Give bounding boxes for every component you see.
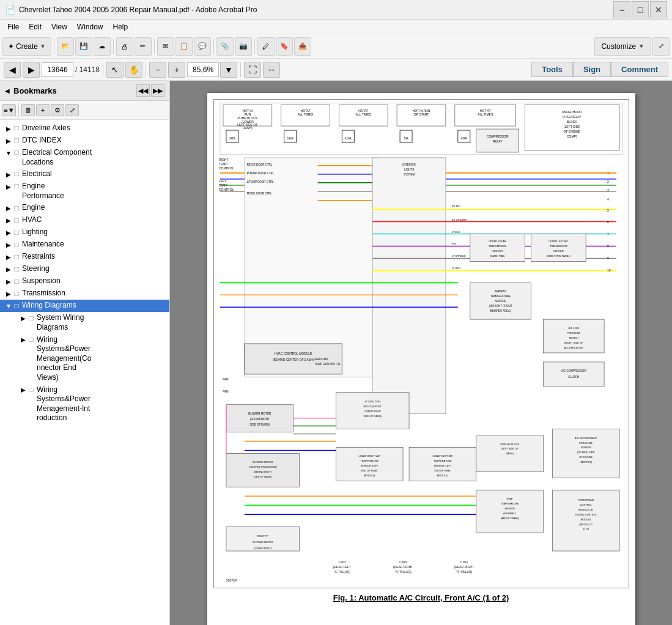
minimize-button[interactable]: ‒ bbox=[613, 1, 630, 18]
svg-text:COMPRESSOR: COMPRESSOR bbox=[486, 135, 508, 138]
nav-next-button[interactable]: ▶ bbox=[23, 62, 40, 78]
bookmark-transmission[interactable]: ▶ □ Transmission bbox=[0, 287, 169, 300]
expand-icon[interactable]: ▶ bbox=[5, 276, 12, 286]
sign-tab[interactable]: Sign bbox=[573, 62, 611, 77]
expand-icon[interactable]: ▶ bbox=[5, 203, 12, 213]
bookmarks-expand-all-button[interactable]: ▶▶ bbox=[151, 84, 164, 97]
svg-text:TEMP GEN ASS CTL: TEMP GEN ASS CTL bbox=[314, 363, 341, 366]
expand-icon[interactable]: ▶ bbox=[20, 385, 27, 395]
open-button[interactable]: 📂 bbox=[57, 37, 74, 56]
menu-help[interactable]: Help bbox=[108, 21, 133, 32]
expand-icon[interactable]: ▼ bbox=[5, 148, 12, 158]
right-tabs: Tools Sign Comment bbox=[531, 62, 668, 77]
bookmark-system-wiring-diagrams[interactable]: ▶ □ System WiringDiagrams bbox=[15, 312, 169, 333]
expand-icon[interactable]: ▶ bbox=[5, 182, 12, 191]
expand-icon[interactable]: ▶ bbox=[5, 215, 12, 225]
bookmarks-collapse-icon[interactable]: ◀ bbox=[5, 87, 10, 94]
bookmark-wiring-systems-connector[interactable]: ▶ □ WiringSystems&PowerMenagement(Connec… bbox=[15, 334, 169, 384]
expand-icon[interactable]: ▶ bbox=[5, 289, 12, 298]
page-number-input[interactable] bbox=[42, 62, 73, 77]
hand-tool-button[interactable]: ✋ bbox=[125, 62, 142, 78]
bm-delete-button[interactable]: 🗑 bbox=[21, 104, 35, 116]
bookmark-lighting[interactable]: ▶ □ Lighting bbox=[0, 226, 169, 239]
expand-icon[interactable]: ▶ bbox=[5, 124, 12, 133]
maximize-button[interactable]: □ bbox=[632, 1, 649, 18]
bookmark-restraints[interactable]: ▶ □ Restraints bbox=[0, 251, 169, 263]
close-button[interactable]: ✕ bbox=[650, 1, 667, 18]
create-button[interactable]: ✦ Create ▼ bbox=[2, 37, 51, 56]
nav-separator-1 bbox=[103, 62, 103, 77]
menu-view[interactable]: View bbox=[46, 21, 72, 32]
fit-page-button[interactable]: ⛶ bbox=[244, 62, 261, 78]
tools-tab[interactable]: Tools bbox=[531, 62, 573, 77]
expand-icon[interactable]: ▶ bbox=[20, 335, 27, 345]
bookmark-icon: □ bbox=[12, 148, 21, 158]
bookmark-electrical-component-locations[interactable]: ▼ □ Electrical ComponentLocations bbox=[0, 147, 169, 168]
bm-add-button[interactable]: + bbox=[36, 104, 50, 116]
bm-toolbar-btn-1[interactable]: ≡▼ bbox=[2, 104, 16, 116]
svg-text:HARNESS): HARNESS) bbox=[579, 460, 592, 464]
svg-text:SENSOR: SENSOR bbox=[553, 250, 563, 253]
sign-button[interactable]: 🖊 bbox=[257, 37, 275, 56]
zoom-in-button[interactable]: + bbox=[168, 62, 185, 78]
expand-icon[interactable]: ▶ bbox=[5, 136, 12, 146]
svg-text:END OF HVAC: END OF HVAC bbox=[361, 469, 377, 472]
expand-icon[interactable]: ▶ bbox=[5, 264, 12, 274]
expand-icon[interactable]: ▶ bbox=[5, 252, 12, 262]
attach-button[interactable]: 📎 bbox=[216, 37, 234, 56]
bm-expand-button[interactable]: ⤢ bbox=[65, 104, 79, 116]
bookmark-button[interactable]: 🔖 bbox=[276, 37, 293, 56]
expand-toolbar-button[interactable]: ⤢ bbox=[652, 37, 670, 56]
print-button[interactable]: 🖨 bbox=[116, 37, 133, 56]
select-tool-button[interactable]: ↖ bbox=[106, 62, 124, 78]
comment-button[interactable]: 💬 bbox=[194, 37, 211, 56]
email-button[interactable]: ✉ bbox=[157, 37, 174, 56]
bookmark-wiring-systems-intro[interactable]: ▶ □ WiringSystems&PowerMenagement-Introd… bbox=[15, 384, 169, 424]
svg-text:TEMPERATURE: TEMPERATURE bbox=[360, 459, 378, 462]
camera-button[interactable]: 📷 bbox=[235, 37, 252, 56]
svg-text:RIGHT: RIGHT bbox=[218, 158, 227, 161]
menu-edit[interactable]: Edit bbox=[24, 21, 46, 32]
export-button[interactable]: 📤 bbox=[294, 37, 311, 56]
svg-text:V/RELAY BLOCK: V/RELAY BLOCK bbox=[500, 443, 519, 446]
bookmark-wiring-diagrams[interactable]: ▼ □ Wiring Diagrams bbox=[0, 300, 169, 312]
expand-icon[interactable]: ▶ bbox=[5, 227, 12, 237]
menu-file[interactable]: File bbox=[2, 21, 24, 32]
svg-text:(LOWER RIGHT: (LOWER RIGHT bbox=[254, 547, 272, 550]
menu-window[interactable]: Window bbox=[72, 21, 108, 32]
bookmarks-collapse-all-button[interactable]: ◀◀ bbox=[136, 84, 150, 97]
svg-text:(IN RIGHT FRONT: (IN RIGHT FRONT bbox=[489, 305, 512, 308]
pdf-content-area[interactable]: HOT IN RUN PUMP BLOCK (LOWER LEFT SIDE O… bbox=[170, 81, 672, 625]
save-button[interactable]: 💾 bbox=[75, 37, 92, 56]
svg-text:MODULE): MODULE) bbox=[437, 474, 448, 477]
bookmark-engine-performance[interactable]: ▶ □ EnginePerformance bbox=[0, 180, 169, 202]
bookmark-dtc-index[interactable]: ▶ □ DTC INDEX bbox=[0, 135, 169, 147]
zoom-dropdown-button[interactable]: ▼ bbox=[220, 62, 237, 78]
edit-button[interactable]: ✏ bbox=[135, 37, 152, 56]
bookmark-engine[interactable]: ▶ □ Engine bbox=[0, 202, 169, 214]
cloud-button[interactable]: ☁ bbox=[94, 37, 111, 56]
bookmark-maintenance[interactable]: ▶ □ Maintenance bbox=[0, 239, 169, 251]
svg-rect-115 bbox=[543, 362, 604, 386]
stamp-button[interactable]: 📋 bbox=[175, 37, 193, 56]
bookmark-icon: □ bbox=[12, 264, 21, 274]
comment-tab[interactable]: Comment bbox=[611, 62, 668, 77]
svg-text:CONTROL PROCESSOR: CONTROL PROCESSOR bbox=[248, 465, 276, 468]
zoom-input[interactable] bbox=[187, 62, 219, 77]
expand-icon[interactable]: ▶ bbox=[20, 313, 27, 323]
bookmark-driveline-axles[interactable]: ▶ □ Driveline Axles bbox=[0, 122, 169, 135]
customize-button[interactable]: Customize ▼ bbox=[594, 37, 651, 56]
bookmark-steering[interactable]: ▶ □ Steering bbox=[0, 263, 169, 275]
fit-width-button[interactable]: ↔ bbox=[263, 62, 280, 78]
bm-settings-button[interactable]: ⚙ bbox=[51, 104, 64, 116]
svg-text:TEMPERATURE: TEMPERATURE bbox=[434, 459, 452, 462]
expand-icon[interactable]: ▶ bbox=[5, 169, 12, 179]
create-label: Create bbox=[16, 42, 38, 51]
expand-icon[interactable]: ▶ bbox=[5, 240, 12, 250]
nav-prev-button[interactable]: ◀ bbox=[4, 62, 21, 78]
bookmark-hvac[interactable]: ▶ □ HVAC bbox=[0, 214, 169, 226]
zoom-out-button[interactable]: − bbox=[149, 62, 166, 78]
bookmark-electrical[interactable]: ▶ □ Electrical bbox=[0, 168, 169, 180]
expand-icon[interactable]: ▼ bbox=[5, 301, 12, 311]
bookmark-suspension[interactable]: ▶ □ Suspension bbox=[0, 275, 169, 287]
